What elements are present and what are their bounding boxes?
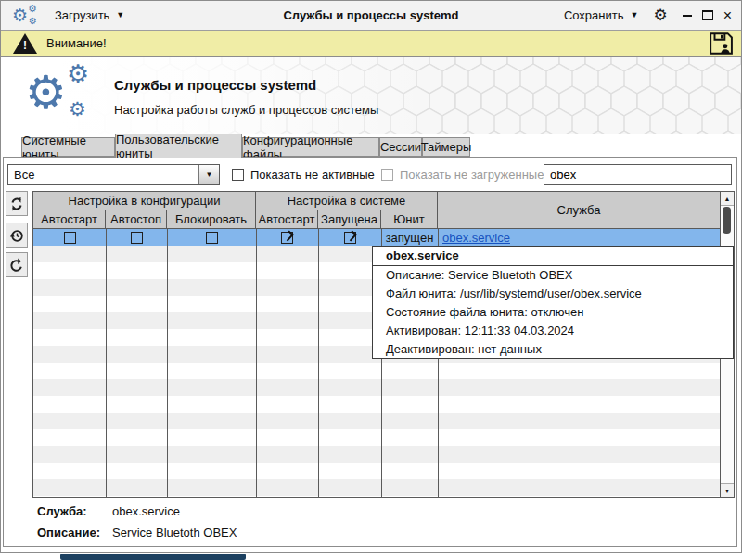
caret-down-icon: ▼: [116, 11, 124, 19]
gear-icon: ⚙: [67, 62, 89, 87]
service-tooltip: obex.service Описание: Service Bluetoth …: [372, 246, 734, 359]
header-autostop: Автостоп: [106, 210, 167, 229]
app-logo-gears: ⚙ ⚙ ⚙: [25, 62, 99, 127]
tab-config-files[interactable]: Конфигурационные файлы: [242, 137, 379, 157]
status-service-label: Служба:: [37, 504, 87, 518]
warning-text: Внимание!: [46, 36, 107, 50]
arrow-up-icon: ▲: [724, 196, 731, 202]
show-unloaded-checkbox-disabled: Показать не загруженные: [381, 165, 544, 184]
close-button[interactable]: ×: [723, 8, 732, 23]
minimize-button[interactable]: [683, 15, 692, 17]
window-title: Службы и процессы systemd: [186, 8, 556, 22]
header-group-config: Настройка в конфигурации: [33, 192, 256, 210]
scrollbar-thumb[interactable]: [723, 207, 731, 234]
cell-autostop: [106, 229, 167, 246]
tab-sessions[interactable]: Сессии: [379, 137, 422, 157]
warning-bar: ! Внимание!: [1, 31, 741, 57]
history-button[interactable]: [6, 223, 28, 248]
header-running: Запущена: [318, 210, 381, 229]
app-window: ⚙ ⚙ ⚙ Загрузить ▼ Службы и процессы syst…: [0, 0, 742, 553]
show-inactive-checkbox[interactable]: Показать не активные: [232, 165, 375, 184]
tab-timers[interactable]: Таймеры: [422, 137, 470, 157]
filter-combobox[interactable]: Все ▼: [7, 164, 220, 185]
tooltip-line: Деактивирован: нет данных: [373, 340, 733, 359]
screen: ⚙ ⚙ ⚙ Загрузить ▼ Службы и процессы syst…: [0, 0, 742, 560]
combobox-value: Все: [8, 168, 198, 182]
page-header: ⚙ ⚙ ⚙ Службы и процессы systemd Настройк…: [1, 57, 741, 134]
cell-block: [167, 229, 256, 246]
cell-unit-state: запущен: [381, 229, 438, 246]
grid-line: [256, 229, 257, 497]
maximize-button[interactable]: [702, 10, 713, 20]
status-description-label: Описание:: [37, 526, 100, 540]
caret-down-icon: ▼: [630, 11, 638, 19]
warning-icon: !: [13, 33, 37, 54]
status-description-value: Service Bluetoth OBEX: [112, 526, 237, 540]
taskbar-fragment[interactable]: [60, 554, 246, 560]
gear-icon: ⚙: [69, 99, 86, 119]
tab-system-units[interactable]: Системные юниты: [21, 137, 115, 157]
titlebar-right: Сохранить ▼ ⚙ ×: [564, 7, 732, 23]
refresh-button[interactable]: [6, 191, 28, 216]
block-checkbox[interactable]: [206, 232, 218, 244]
sync-arrows-icon: [9, 197, 24, 211]
tab-label: Таймеры: [421, 140, 472, 154]
gear-icon: ⚙: [12, 6, 28, 24]
gear-icon: ⚙: [25, 70, 67, 116]
tab-user-units[interactable]: Пользовательские юниты: [115, 134, 242, 158]
combobox-dropdown-button[interactable]: ▼: [198, 165, 219, 184]
autostart-system-checkbox[interactable]: [281, 232, 293, 244]
scroll-up-button[interactable]: ▲: [721, 192, 734, 206]
header-autostart-config: Автостарт: [33, 210, 106, 229]
save-report-button[interactable]: [709, 32, 733, 55]
header-text: Службы и процессы systemd Настройка рабо…: [114, 77, 378, 117]
window-controls: ×: [683, 8, 732, 23]
redo-arrow-icon: [9, 258, 24, 273]
running-checkbox[interactable]: [344, 232, 356, 244]
tooltip-line: Активирован: 12:11:33 04.03.2024: [373, 322, 733, 340]
checkbox-box[interactable]: [232, 169, 244, 181]
header-service: Служба: [438, 192, 720, 229]
caret-down-icon: ▼: [206, 171, 213, 179]
autostart-config-checkbox[interactable]: [64, 232, 76, 244]
tab-label: Пользовательские юниты: [116, 133, 241, 160]
cell-autostart-system: [256, 229, 318, 246]
search-input[interactable]: [544, 164, 732, 185]
service-link[interactable]: obex.service: [442, 231, 510, 245]
save-button[interactable]: Сохранить ▼: [564, 8, 639, 22]
cell-autostart-config: [33, 229, 106, 246]
clock-undo-icon: [9, 228, 24, 243]
status-service-value: obex.service: [112, 504, 180, 518]
grid-line: [318, 229, 319, 497]
checkbox-label: Показать не активные: [250, 168, 375, 182]
tooltip-line: Описание: Service Bluetoth OBEX: [373, 266, 733, 285]
tooltip-title: obex.service: [373, 247, 733, 266]
reload-button[interactable]: [6, 252, 28, 277]
app-gears-icon: ⚙ ⚙ ⚙: [12, 4, 42, 28]
tooltip-line: Состояние файла юнита: отключен: [373, 303, 733, 322]
settings-gear-button[interactable]: ⚙: [653, 7, 667, 23]
gear-icon: ⚙: [28, 4, 37, 14]
grid-line: [106, 229, 107, 497]
scroll-down-button[interactable]: ▼: [721, 483, 734, 497]
header-block: Блокировать: [167, 210, 256, 229]
checkbox-label: Показать не загруженные: [400, 168, 544, 182]
table-row-selected[interactable]: запущен obex.service: [33, 229, 720, 246]
floppy-save-icon: [709, 32, 733, 55]
cell-running: [318, 229, 381, 246]
page-subtitle: Настройка работы служб и процессов систе…: [114, 103, 378, 117]
header-unit: Юнит: [381, 210, 438, 229]
autostop-checkbox[interactable]: [131, 232, 143, 244]
save-button-label: Сохранить: [564, 8, 624, 22]
load-button[interactable]: Загрузить ▼: [55, 8, 124, 22]
tab-label: Сессии: [380, 140, 421, 154]
load-button-label: Загрузить: [55, 8, 109, 22]
title-bar: ⚙ ⚙ ⚙ Загрузить ▼ Службы и процессы syst…: [1, 1, 741, 31]
tooltip-line: Файл юнита: /usr/lib/systemd/user/obex.s…: [373, 285, 733, 303]
page-title: Службы и процессы systemd: [114, 77, 378, 93]
arrow-down-icon: ▼: [724, 488, 731, 494]
cell-service: obex.service: [438, 229, 720, 246]
checkbox-box: [381, 169, 393, 181]
header-autostart-system: Автостарт: [256, 210, 318, 229]
gear-icon: ⚙: [29, 17, 37, 26]
